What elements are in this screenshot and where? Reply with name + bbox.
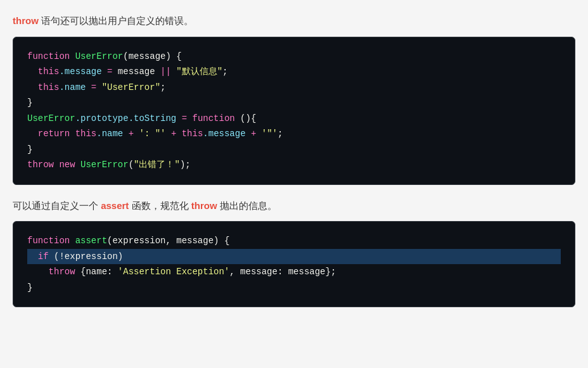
kw-this-token: this bbox=[182, 129, 203, 139]
op-token: || bbox=[160, 67, 171, 77]
plain-token: ; bbox=[278, 129, 283, 139]
plain-token bbox=[27, 267, 49, 277]
code-line: throw new UserError("出错了！"); bbox=[27, 157, 561, 173]
prop-token: .name bbox=[59, 82, 86, 92]
plain-token: {name: bbox=[75, 267, 118, 277]
code-line: this.name = "UserError"; bbox=[27, 80, 561, 96]
plain-token bbox=[102, 67, 107, 77]
str-token: "UserError" bbox=[102, 82, 160, 92]
plain-token bbox=[70, 236, 75, 246]
plain-token bbox=[27, 129, 38, 139]
plain-token bbox=[256, 129, 261, 139]
kw-this-token: this bbox=[38, 67, 60, 77]
prop-token: .prototype.toString bbox=[75, 113, 177, 124]
kw-return-token: return bbox=[38, 129, 70, 139]
code-line: UserError.prototype.toString = function … bbox=[27, 111, 561, 127]
page-container: throw 语句还可以抛出用户自定义的错误。 function UserErro… bbox=[13, 13, 575, 307]
kw-function-token: function bbox=[27, 51, 70, 61]
kw-function-token: function bbox=[192, 113, 234, 124]
plain-token bbox=[166, 129, 171, 139]
intro-paragraph-2: 可以通过自定义一个 assert 函数，规范化 throw 抛出的信息。 bbox=[13, 198, 575, 214]
plain-token bbox=[246, 129, 251, 139]
plain-token: ( bbox=[129, 160, 134, 170]
plain-token bbox=[176, 129, 181, 139]
str-token: ': "' bbox=[139, 129, 165, 139]
op-token: = bbox=[91, 82, 96, 92]
ident-token: UserError bbox=[80, 160, 129, 170]
code-line: return this.name + ': "' + this.message … bbox=[27, 126, 561, 142]
prop-token: .name bbox=[96, 129, 123, 139]
kw-new-token: new bbox=[59, 160, 75, 170]
plain-token: message bbox=[112, 67, 160, 77]
plain-token bbox=[176, 113, 181, 124]
plain-token bbox=[27, 251, 38, 262]
throw-keyword-1: throw bbox=[13, 15, 39, 26]
code-line: this.message = message || "默认信息"; bbox=[27, 64, 561, 80]
prop-token: .message bbox=[203, 129, 245, 139]
ident-token: assert bbox=[75, 236, 107, 246]
assert-keyword: assert bbox=[98, 200, 129, 211]
intro2-text-middle: 函数，规范化 bbox=[129, 200, 191, 211]
code-line: function UserError(message) { bbox=[27, 49, 561, 65]
plain-token: ; bbox=[222, 67, 227, 77]
kw-if-token: if bbox=[38, 251, 49, 262]
kw-throw-token: throw bbox=[49, 267, 75, 277]
code-line: function assert(expression, message) { bbox=[27, 233, 561, 249]
plain-token: (!expression) bbox=[49, 251, 124, 262]
prop-token: .message bbox=[59, 67, 101, 77]
kw-this-token: this bbox=[38, 82, 60, 92]
code-block-2: function assert(expression, message) { i… bbox=[13, 221, 575, 307]
plain-token: } bbox=[27, 282, 32, 293]
plain-token: (){ bbox=[235, 113, 257, 124]
op-token: + bbox=[129, 129, 134, 139]
kw-this-token: this bbox=[75, 129, 97, 139]
plain-token bbox=[123, 129, 128, 139]
kw-throw-token: throw bbox=[27, 160, 54, 170]
intro2-text-after: 抛出的信息。 bbox=[217, 200, 277, 211]
plain-token bbox=[70, 51, 75, 61]
code-line: } bbox=[27, 142, 561, 158]
code-line: } bbox=[27, 95, 561, 111]
throw-keyword-2: throw bbox=[191, 200, 217, 211]
code-block-1: function UserError(message) { this.messa… bbox=[13, 37, 575, 185]
intro-paragraph-1: throw 语句还可以抛出用户自定义的错误。 bbox=[13, 13, 575, 29]
plain-token: ); bbox=[180, 160, 191, 170]
kw-function-token: function bbox=[27, 236, 70, 246]
str-token: "默认信息" bbox=[176, 67, 222, 77]
op-token: = bbox=[182, 113, 187, 124]
plain-token: ; bbox=[160, 82, 165, 92]
plain-token bbox=[86, 82, 91, 92]
ident-token: UserError bbox=[75, 51, 124, 61]
plain-token bbox=[75, 160, 80, 170]
code-line: } bbox=[27, 280, 561, 296]
str-token: "出错了！" bbox=[134, 160, 180, 170]
plain-token: } bbox=[27, 98, 32, 108]
plain-token bbox=[96, 82, 101, 92]
plain-token: (expression, message) { bbox=[107, 236, 229, 246]
plain-token: , message: message}; bbox=[229, 267, 336, 277]
str-token: 'Assertion Exception' bbox=[118, 267, 229, 277]
intro2-text-before: 可以通过自定义一个 bbox=[13, 200, 98, 211]
ident-token: UserError bbox=[27, 113, 75, 124]
code-line: throw {name: 'Assertion Exception', mess… bbox=[27, 264, 561, 280]
str-token: '"' bbox=[262, 129, 278, 139]
plain-token bbox=[27, 67, 38, 77]
plain-token bbox=[27, 82, 38, 92]
plain-token: (message) { bbox=[123, 51, 181, 61]
code-line: if (!expression) bbox=[27, 249, 561, 265]
plain-token bbox=[70, 129, 75, 139]
plain-token: } bbox=[27, 144, 32, 155]
intro1-text: 语句还可以抛出用户自定义的错误。 bbox=[39, 15, 193, 26]
